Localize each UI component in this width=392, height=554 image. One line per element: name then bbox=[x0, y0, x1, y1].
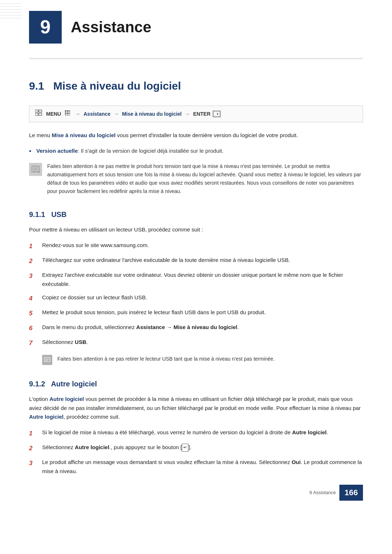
intro-paragraph: Le menu Mise à niveau du logiciel vous p… bbox=[29, 131, 363, 140]
svg-rect-11 bbox=[67, 110, 69, 112]
chapter-number: 9 bbox=[29, 11, 62, 44]
svg-rect-7 bbox=[39, 110, 42, 112]
arrow-3: → bbox=[185, 110, 190, 118]
svg-rect-14 bbox=[67, 112, 69, 114]
usb-note-text: Faites bien attention à ne pas retirer l… bbox=[57, 355, 363, 363]
chapter-header: 9 Assistance bbox=[29, 0, 363, 59]
section-9-1-title: 9.1 Mise à niveau du logiciel bbox=[29, 77, 363, 95]
step-3: 3 Extrayez l'archive exécutable sur votr… bbox=[29, 271, 363, 289]
main-note-box: Faites bien attention à ne pas mettre le… bbox=[29, 162, 363, 196]
arrow-2: → bbox=[114, 110, 119, 118]
svg-rect-12 bbox=[69, 110, 70, 112]
chapter-title: Assistance bbox=[71, 15, 151, 39]
subsection-9-1-1: 9.1.1 USB Pour mettre à niveau en utilis… bbox=[29, 209, 363, 365]
autre-intro: L'option Autre logiciel vous permet de p… bbox=[29, 395, 363, 422]
autre-steps: 1 Si le logiciel de mise à niveau a été … bbox=[29, 428, 363, 476]
section-9-1: 9.1 Mise à niveau du logiciel MENU bbox=[29, 77, 363, 476]
subsection-9-1-1-title: 9.1.1 USB bbox=[29, 209, 363, 220]
menu-icon bbox=[35, 110, 42, 118]
step-6: 6 Dans le menu du produit, sélectionnez … bbox=[29, 323, 363, 333]
svg-rect-8 bbox=[35, 113, 38, 115]
svg-rect-16 bbox=[65, 115, 66, 115]
svg-rect-13 bbox=[65, 112, 66, 114]
subsection-9-1-2-title: 9.1.2 Autre logiciel bbox=[29, 378, 363, 390]
menu-enter-label: ENTER bbox=[193, 110, 210, 118]
menu-step-1: Assistance bbox=[83, 110, 110, 118]
svg-rect-19 bbox=[213, 111, 220, 116]
svg-rect-18 bbox=[69, 115, 70, 115]
autre-step-2: 2 Sélectionnez Autre logiciel., puis app… bbox=[29, 443, 363, 454]
usb-note-box: Faites bien attention à ne pas retirer l… bbox=[42, 355, 363, 365]
page-footer: 9 Assistance 166 bbox=[309, 485, 363, 500]
svg-rect-20 bbox=[32, 166, 39, 172]
svg-rect-17 bbox=[67, 115, 69, 115]
step-1: 1 Rendez-vous sur le site www.samsung.co… bbox=[29, 241, 363, 251]
arrow-1: → bbox=[75, 110, 80, 118]
menu-label: MENU bbox=[46, 110, 61, 118]
page-number-badge: 166 bbox=[339, 485, 363, 500]
step-4: 4 Copiez ce dossier sur un lecteur flash… bbox=[29, 293, 363, 304]
note-icon-usb bbox=[42, 355, 52, 365]
svg-rect-6 bbox=[35, 110, 38, 112]
usb-steps: 1 Rendez-vous sur le site www.samsung.co… bbox=[29, 241, 363, 348]
step-2: 2 Téléchargez sur votre ordinateur l'arc… bbox=[29, 256, 363, 266]
bullet-item-1: Version actuelle: Il s'agit de la versio… bbox=[29, 147, 363, 156]
usb-intro: Pour mettre à niveau en utilisant un lec… bbox=[29, 225, 363, 234]
step-7: 7 Sélectionnez USB. bbox=[29, 338, 363, 348]
autre-step-1: 1 Si le logiciel de mise à niveau a été … bbox=[29, 428, 363, 439]
step-5: 5 Mettez le produit sous tension, puis i… bbox=[29, 308, 363, 319]
menu-step-2: Mise à niveau du logiciel bbox=[122, 110, 181, 118]
bullet-list: Version actuelle: Il s'agit de la versio… bbox=[29, 147, 363, 156]
svg-rect-9 bbox=[39, 113, 42, 115]
autre-step-3: 3 Le produit affiche un message vous dem… bbox=[29, 458, 363, 476]
svg-rect-10 bbox=[65, 110, 66, 112]
svg-rect-15 bbox=[69, 112, 70, 114]
subsection-9-1-2: 9.1.2 Autre logiciel L'option Autre logi… bbox=[29, 378, 363, 476]
menu-path: MENU → Assistance → Mise à niveau du l bbox=[29, 106, 363, 122]
menu-grid-icon bbox=[65, 110, 70, 118]
footer-chapter-ref: 9 Assistance bbox=[309, 489, 336, 497]
main-note-text: Faites bien attention à ne pas mettre le… bbox=[47, 162, 363, 196]
note-icon-main bbox=[29, 163, 42, 176]
enter-icon bbox=[213, 111, 221, 117]
